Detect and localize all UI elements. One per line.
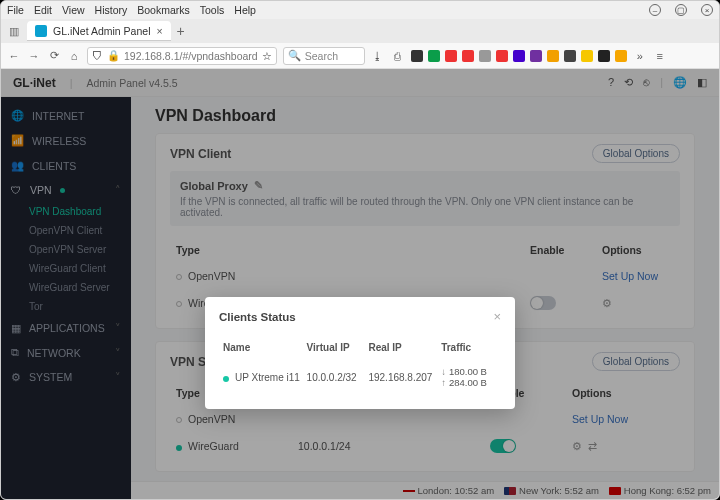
ext-icon[interactable] (462, 50, 474, 62)
ext-icon[interactable] (598, 50, 610, 62)
ext-icon[interactable] (479, 50, 491, 62)
url-text: 192.168.8.1/#/vpndashboard (124, 50, 258, 62)
window-minimize-button[interactable]: – (649, 4, 661, 16)
page-root: GL·iNet | Admin Panel v4.5.5 ? ⟲ ⎋ | 🌐 ◧… (1, 69, 719, 499)
ext-icon[interactable] (530, 50, 542, 62)
client-vip: 10.0.0.2/32 (305, 361, 365, 395)
col-name: Name (221, 336, 303, 359)
menu-help[interactable]: Help (234, 4, 256, 16)
menu-history[interactable]: History (95, 4, 128, 16)
browser-tab[interactable]: GL.iNet Admin Panel × (27, 21, 171, 41)
search-placeholder: Search (305, 50, 338, 62)
ext-icon[interactable] (411, 50, 423, 62)
ext-icon[interactable] (428, 50, 440, 62)
tab-title: GL.iNet Admin Panel (53, 25, 150, 37)
address-bar[interactable]: ⛉ 🔒 192.168.8.1/#/vpndashboard ☆ (87, 47, 277, 65)
star-icon[interactable]: ☆ (262, 50, 272, 62)
browser-toolbar: ← → ⟳ ⌂ ⛉ 🔒 192.168.8.1/#/vpndashboard ☆… (1, 43, 719, 69)
extension-icons (411, 50, 627, 62)
col-rip: Real IP (366, 336, 437, 359)
library-icon[interactable]: ⎙ (391, 49, 405, 63)
os-menubar: File Edit View History Bookmarks Tools H… (1, 1, 719, 19)
new-tab-button[interactable]: + (177, 23, 185, 39)
search-icon: 🔍 (288, 49, 301, 62)
ext-icon[interactable] (581, 50, 593, 62)
app-window: File Edit View History Bookmarks Tools H… (0, 0, 720, 500)
ext-icon[interactable] (564, 50, 576, 62)
home-button[interactable]: ⌂ (67, 49, 81, 63)
modal-backdrop[interactable] (1, 69, 719, 499)
forward-button[interactable]: → (27, 49, 41, 63)
menu-file[interactable]: File (7, 4, 24, 16)
window-maximize-button[interactable]: ▢ (675, 4, 687, 16)
modal-title: Clients Status (219, 311, 296, 323)
window-close-button[interactable]: × (701, 4, 713, 16)
client-traffic: 180.00 B 284.00 B (441, 367, 497, 389)
col-traffic: Traffic (439, 336, 499, 359)
menu-edit[interactable]: Edit (34, 4, 52, 16)
close-icon[interactable]: × (493, 309, 501, 324)
clients-status-modal: Clients Status × Name Virtual IP Real IP… (205, 297, 515, 409)
col-vip: Virtual IP (305, 336, 365, 359)
traffic-up: 284.00 B (441, 378, 497, 389)
client-rip: 192.168.8.207 (366, 361, 437, 395)
sidebar-toggle-icon[interactable]: ▥ (7, 24, 21, 38)
menu-view[interactable]: View (62, 4, 85, 16)
menu-tools[interactable]: Tools (200, 4, 225, 16)
table-row: UP Xtreme i11 10.0.0.2/32 192.168.8.207 … (221, 361, 499, 395)
ext-icon[interactable] (547, 50, 559, 62)
ext-icon[interactable] (496, 50, 508, 62)
clients-status-table: Name Virtual IP Real IP Traffic UP Xtrem… (219, 334, 501, 397)
status-dot-icon (223, 376, 229, 382)
back-button[interactable]: ← (7, 49, 21, 63)
shield-icon: ⛉ (92, 50, 103, 62)
reload-button[interactable]: ⟳ (47, 49, 61, 63)
ext-icon[interactable] (513, 50, 525, 62)
ext-icon[interactable] (445, 50, 457, 62)
lock-icon: 🔒 (107, 49, 120, 62)
tab-favicon-icon (35, 25, 47, 37)
tab-close-icon[interactable]: × (156, 25, 162, 37)
browser-tabstrip: ▥ GL.iNet Admin Panel × + (1, 19, 719, 43)
overflow-icon[interactable]: » (633, 49, 647, 63)
client-name: UP Xtreme i11 (235, 372, 300, 383)
ext-icon[interactable] (615, 50, 627, 62)
menu-bookmarks[interactable]: Bookmarks (137, 4, 190, 16)
search-box[interactable]: 🔍 Search (283, 47, 365, 65)
hamburger-icon[interactable]: ≡ (653, 49, 667, 63)
download-icon[interactable]: ⭳ (371, 49, 385, 63)
